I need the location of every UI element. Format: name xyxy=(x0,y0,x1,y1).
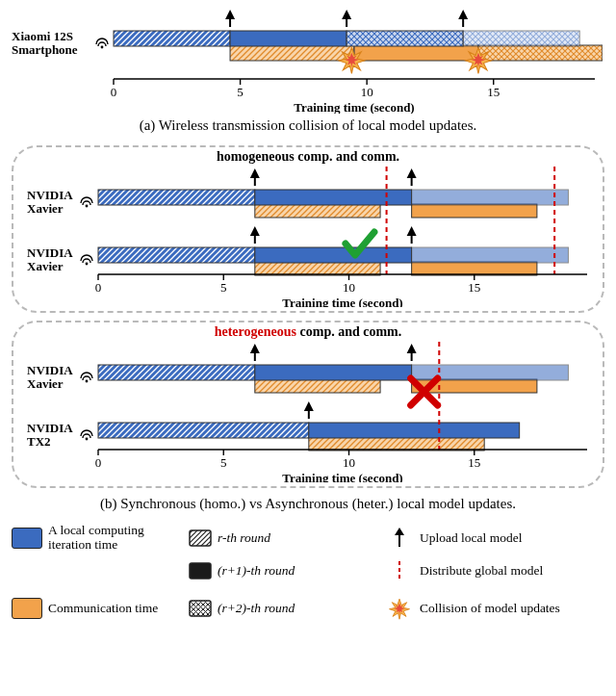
svg-rect-38 xyxy=(412,190,569,205)
svg-rect-36 xyxy=(98,190,255,205)
panel-b2-title: heterogeneous comp. and comm. xyxy=(13,324,603,340)
svg-rect-9 xyxy=(463,31,579,46)
legend-round-r: r-th round xyxy=(189,524,381,553)
panel-a: Xiaomi 12SSmartphone051015Training time … xyxy=(8,8,608,114)
svg-point-31 xyxy=(86,263,89,266)
svg-point-67 xyxy=(86,438,89,441)
caption-b: (b) Synchronous (homo.) vs Asynchronous … xyxy=(8,496,608,512)
svg-text:0: 0 xyxy=(111,85,117,99)
svg-rect-6 xyxy=(114,31,230,46)
svg-rect-93 xyxy=(190,530,211,546)
legend-round-r1: (r+1)-th round xyxy=(189,560,381,581)
svg-text:Xiaomi 12S: Xiaomi 12S xyxy=(12,29,73,43)
svg-rect-71 xyxy=(98,365,255,380)
legend-round-r2: (r+2)-th round xyxy=(189,597,381,620)
svg-text:Xavier: Xavier xyxy=(27,201,64,216)
svg-marker-13 xyxy=(342,10,351,19)
swatch-blue xyxy=(12,528,42,549)
svg-text:0: 0 xyxy=(95,455,102,470)
swatch-orange xyxy=(12,598,42,619)
svg-text:Smartphone: Smartphone xyxy=(12,42,78,57)
chart-a: Xiaomi 12SSmartphone051015Training time … xyxy=(8,8,603,114)
svg-rect-72 xyxy=(255,365,412,380)
chart-b2: NVIDIAXavierNVIDIATX2051015Training time… xyxy=(23,328,595,482)
svg-text:10: 10 xyxy=(343,455,355,470)
svg-text:0: 0 xyxy=(95,280,102,295)
collision-icon xyxy=(385,597,414,620)
svg-text:Training time (second): Training time (second) xyxy=(282,471,402,482)
svg-rect-7 xyxy=(230,31,346,46)
svg-marker-45 xyxy=(407,168,417,178)
legend: A local computing iteration time r-th ro… xyxy=(8,524,608,620)
panel-b2-box: heterogeneous comp. and comm. NVIDIAXavi… xyxy=(12,321,604,488)
svg-rect-32 xyxy=(255,204,380,218)
legend-upload: Upload local model xyxy=(385,524,597,553)
upload-icon xyxy=(385,528,414,549)
swatch-cross-r2 xyxy=(189,600,212,617)
svg-rect-37 xyxy=(255,190,412,205)
svg-rect-34 xyxy=(255,262,380,275)
svg-rect-75 xyxy=(309,423,520,438)
panel-b1-title: homogeneous comp. and comm. xyxy=(13,149,603,165)
svg-text:TX2: TX2 xyxy=(27,434,51,449)
svg-text:NVIDIA: NVIDIA xyxy=(27,188,73,202)
svg-text:Training time (second): Training time (second) xyxy=(282,296,402,307)
svg-marker-95 xyxy=(395,528,404,535)
caption-a: (a) Wireless transmission collision of l… xyxy=(8,117,608,134)
svg-rect-35 xyxy=(412,262,537,275)
svg-text:5: 5 xyxy=(220,280,227,295)
legend-comm: Communication time xyxy=(12,597,185,620)
svg-text:Xavier: Xavier xyxy=(27,259,64,273)
legend-spacer xyxy=(12,560,185,589)
svg-rect-40 xyxy=(255,247,412,263)
svg-marker-15 xyxy=(458,10,468,19)
svg-rect-70 xyxy=(309,437,484,451)
distribute-icon xyxy=(385,560,414,581)
svg-text:15: 15 xyxy=(468,455,480,470)
svg-marker-47 xyxy=(250,226,260,236)
svg-rect-41 xyxy=(412,247,569,263)
svg-point-64 xyxy=(86,380,89,383)
svg-marker-81 xyxy=(304,401,314,411)
svg-marker-49 xyxy=(407,226,417,236)
legend-collision: Collision of model updates xyxy=(385,597,597,620)
svg-marker-11 xyxy=(225,10,235,19)
svg-text:15: 15 xyxy=(468,280,480,295)
svg-rect-98 xyxy=(190,601,211,616)
legend-distribute: Distribute global model xyxy=(385,560,597,581)
svg-point-28 xyxy=(86,205,89,208)
svg-text:5: 5 xyxy=(220,455,227,470)
svg-text:NVIDIA: NVIDIA xyxy=(27,363,73,377)
swatch-solid-r1 xyxy=(189,562,212,580)
svg-rect-8 xyxy=(346,31,463,46)
svg-rect-33 xyxy=(412,204,537,218)
legend-compute: A local computing iteration time xyxy=(12,524,185,553)
svg-marker-77 xyxy=(250,344,260,353)
svg-text:10: 10 xyxy=(361,85,373,99)
swatch-hatch-r xyxy=(189,529,212,547)
svg-text:NVIDIA: NVIDIA xyxy=(27,421,73,435)
svg-marker-79 xyxy=(407,344,417,353)
svg-text:Training time (second): Training time (second) xyxy=(294,100,414,114)
svg-rect-68 xyxy=(255,379,380,393)
svg-rect-39 xyxy=(98,247,255,263)
svg-text:15: 15 xyxy=(487,85,500,99)
svg-text:10: 10 xyxy=(343,280,355,295)
svg-text:Xavier: Xavier xyxy=(27,376,64,391)
svg-point-2 xyxy=(101,46,104,49)
svg-marker-43 xyxy=(250,168,260,178)
svg-rect-3 xyxy=(230,45,354,61)
svg-text:NVIDIA: NVIDIA xyxy=(27,245,73,260)
svg-rect-4 xyxy=(354,45,478,61)
chart-b1: NVIDIAXavierNVIDIAXavier051015Training t… xyxy=(23,153,595,307)
panel-b1-box: homogeneous comp. and comm. NVIDIAXavier… xyxy=(12,145,604,313)
svg-rect-5 xyxy=(478,45,603,61)
svg-rect-96 xyxy=(190,563,211,579)
svg-rect-74 xyxy=(98,423,309,438)
svg-text:5: 5 xyxy=(237,85,244,99)
